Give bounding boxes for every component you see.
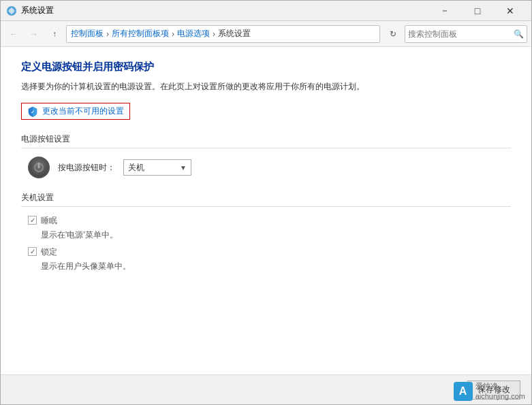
content-area: 定义电源按钮并启用密码保护 选择要为你的计算机设置的电源设置。在此页上对设置所做… [1,47,531,374]
maximize-button[interactable]: □ [462,1,493,21]
watermark: A 爱纯净aichunjing.com [454,381,525,401]
shutdown-section-title: 关机设置 [21,192,511,207]
main-window: 系统设置 － □ ✕ ← → ↑ 控制面板 › 所有控制面板项 › 电源选项 ›… [0,0,532,405]
change-settings-link[interactable]: ✓ 更改当前不可用的设置 [21,103,130,120]
sleep-checkbox[interactable] [28,216,37,225]
breadcrumb-item-2[interactable]: 所有控制面板项 [112,28,169,39]
lock-label: 锁定 [41,246,57,258]
power-dropdown-value: 关机 [128,162,144,174]
page-title: 定义电源按钮并启用密码保护 [21,61,511,74]
breadcrumb: 控制面板 › 所有控制面板项 › 电源选项 › 系统设置 [66,25,380,43]
breadcrumb-current: 系统设置 [218,28,251,39]
refresh-button[interactable]: ↻ [384,25,402,43]
search-icon[interactable]: 🔍 [514,29,524,39]
bottom-bar: 保存修改 A 爱纯净aichunjing.com [1,374,531,404]
lock-desc: 显示在用户头像菜单中。 [21,261,511,272]
power-button-label: 按电源按钮时： [58,162,115,174]
shutdown-section: 关机设置 睡眠 显示在'电源'菜单中。 锁定 显示在用户头像菜单中。 [21,192,511,272]
title-bar: 系统设置 － □ ✕ [1,1,531,21]
change-settings-label: 更改当前不可用的设置 [42,106,124,117]
search-bar: 🔍 [405,25,527,43]
lock-checkbox-row: 锁定 [21,246,511,258]
dropdown-arrow-icon: ▼ [180,164,187,172]
forward-button[interactable]: → [25,25,43,43]
window-controls: － □ ✕ [429,1,526,21]
watermark-icon: A [454,382,473,401]
svg-text:✓: ✓ [31,110,35,114]
window-title: 系统设置 [21,5,429,16]
page-description: 选择要为你的计算机设置的电源设置。在此页上对设置所做的更改将应用于你所有的电源计… [21,80,416,93]
minimize-button[interactable]: － [429,1,460,21]
back-button[interactable]: ← [5,25,22,43]
watermark-site: 爱纯净aichunjing.com [475,381,525,401]
close-button[interactable]: ✕ [495,1,526,21]
up-button[interactable]: ↑ [46,25,63,43]
window-icon [6,5,17,16]
power-icon [28,157,50,178]
power-button-row: 按电源按钮时： 关机 ▼ [21,157,511,178]
breadcrumb-item-3[interactable]: 电源选项 [177,28,210,39]
search-input[interactable] [408,29,514,39]
sleep-desc: 显示在'电源'菜单中。 [21,229,511,241]
shield-icon: ✓ [27,106,38,117]
address-bar: ← → ↑ 控制面板 › 所有控制面板项 › 电源选项 › 系统设置 ↻ 🔍 [1,21,531,47]
sleep-checkbox-row: 睡眠 [21,215,511,227]
sleep-label: 睡眠 [41,215,57,227]
watermark-letter: A [459,385,467,398]
lock-checkbox[interactable] [28,247,37,256]
breadcrumb-item-1[interactable]: 控制面板 [71,28,104,39]
power-action-dropdown[interactable]: 关机 ▼ [123,159,191,176]
power-button-section-title: 电源按钮设置 [21,133,511,148]
